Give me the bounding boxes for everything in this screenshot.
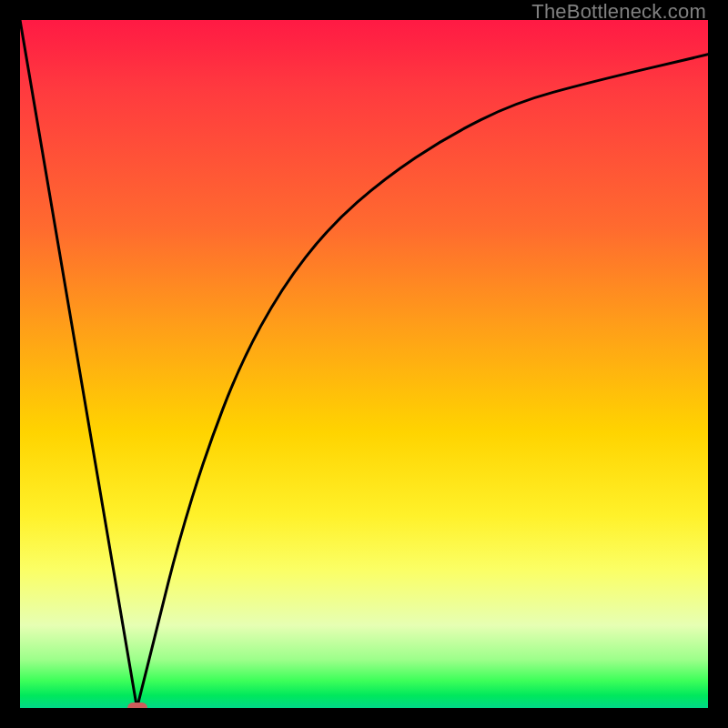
bottleneck-curve [20,20,708,708]
chart-frame: TheBottleneck.com [0,0,728,728]
watermark-text: TheBottleneck.com [531,0,706,24]
plot-area [20,20,708,708]
minimum-marker [127,703,147,708]
